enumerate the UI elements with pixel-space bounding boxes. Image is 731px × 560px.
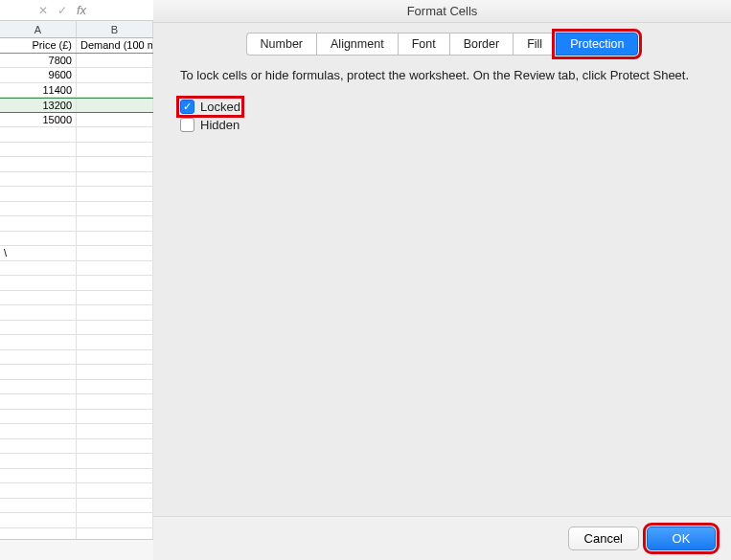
cell[interactable]: [77, 365, 153, 379]
cell[interactable]: [77, 202, 153, 216]
cell[interactable]: [77, 143, 153, 157]
table-row[interactable]: [0, 143, 153, 158]
cell[interactable]: [77, 335, 153, 349]
tab-border[interactable]: Border: [449, 33, 514, 56]
table-row[interactable]: [0, 483, 153, 499]
ok-button[interactable]: OK: [647, 526, 716, 550]
table-row[interactable]: [0, 172, 153, 188]
cell[interactable]: [0, 380, 77, 394]
table-row-selected[interactable]: 13200: [0, 98, 153, 113]
cell[interactable]: [0, 499, 77, 513]
table-row[interactable]: [0, 321, 153, 336]
tab-number[interactable]: Number: [246, 33, 316, 56]
cell[interactable]: [77, 261, 153, 276]
table-row[interactable]: [0, 499, 153, 514]
cell[interactable]: 9600: [0, 68, 77, 82]
cell[interactable]: [77, 483, 153, 498]
table-row[interactable]: [0, 187, 153, 202]
cell[interactable]: [77, 380, 153, 394]
hidden-checkbox[interactable]: [180, 118, 194, 132]
cell[interactable]: 13200: [0, 99, 77, 112]
tab-font[interactable]: Font: [398, 33, 449, 56]
table-row[interactable]: [0, 335, 153, 350]
cell[interactable]: [0, 513, 77, 527]
cell[interactable]: [77, 513, 153, 527]
cell[interactable]: [77, 113, 153, 127]
cell[interactable]: [0, 365, 77, 379]
cell[interactable]: [77, 394, 153, 409]
cell[interactable]: [77, 232, 153, 246]
cell[interactable]: [77, 187, 153, 201]
cell[interactable]: [77, 246, 153, 260]
table-row[interactable]: [0, 394, 153, 410]
cell[interactable]: [0, 350, 77, 365]
cell[interactable]: [0, 232, 77, 246]
cell[interactable]: [0, 216, 77, 231]
cell[interactable]: [0, 261, 77, 276]
cell[interactable]: [77, 54, 153, 68]
table-row[interactable]: [0, 469, 153, 484]
cell[interactable]: [0, 202, 77, 216]
cell[interactable]: [0, 172, 77, 187]
column-header-b[interactable]: B: [77, 21, 153, 37]
table-row[interactable]: 7800: [0, 54, 153, 69]
table-row[interactable]: [0, 291, 153, 306]
table-row[interactable]: [0, 261, 153, 277]
table-row[interactable]: [0, 305, 153, 321]
cell[interactable]: [0, 454, 77, 468]
cell[interactable]: [77, 157, 153, 171]
cell[interactable]: [77, 276, 153, 290]
cell[interactable]: [77, 499, 153, 513]
cell[interactable]: [77, 291, 153, 305]
cell[interactable]: [0, 291, 77, 305]
cell[interactable]: [77, 469, 153, 483]
cell[interactable]: [0, 305, 77, 320]
cell[interactable]: Demand (100 ml): [77, 38, 153, 53]
table-row[interactable]: [0, 513, 153, 528]
table-row[interactable]: [0, 216, 153, 232]
table-row[interactable]: [0, 350, 153, 366]
cell[interactable]: [77, 321, 153, 335]
cell[interactable]: [0, 469, 77, 483]
cell[interactable]: Price (£): [0, 38, 77, 53]
cell[interactable]: [0, 276, 77, 290]
cell[interactable]: [0, 321, 77, 335]
locked-checkbox[interactable]: ✓: [180, 100, 194, 114]
table-row[interactable]: [0, 127, 153, 143]
table-row[interactable]: [0, 202, 153, 217]
cell[interactable]: [77, 454, 153, 468]
cell[interactable]: [0, 187, 77, 201]
cell[interactable]: [77, 83, 153, 98]
cell[interactable]: [0, 483, 77, 498]
cell[interactable]: [77, 172, 153, 187]
table-row[interactable]: [0, 276, 153, 291]
cell[interactable]: [77, 216, 153, 231]
tab-protection[interactable]: Protection: [556, 33, 638, 56]
cell[interactable]: [77, 127, 153, 142]
locked-option[interactable]: ✓ Locked: [180, 100, 240, 114]
cell[interactable]: [77, 68, 153, 82]
table-row[interactable]: 9600: [0, 68, 153, 83]
hidden-option[interactable]: Hidden: [180, 118, 240, 132]
table-row[interactable]: [0, 365, 153, 380]
cell[interactable]: [77, 99, 153, 112]
cell[interactable]: 7800: [0, 54, 77, 68]
table-row[interactable]: [0, 439, 153, 455]
cell[interactable]: [0, 335, 77, 349]
table-row[interactable]: [0, 410, 153, 425]
table-row[interactable]: [0, 232, 153, 247]
tab-alignment[interactable]: Alignment: [316, 33, 398, 56]
cell[interactable]: [77, 439, 153, 454]
cell[interactable]: [0, 143, 77, 157]
cell[interactable]: [0, 424, 77, 438]
table-row[interactable]: [0, 380, 153, 395]
cell[interactable]: [0, 439, 77, 454]
cell[interactable]: [0, 157, 77, 171]
table-row[interactable]: 15000: [0, 113, 153, 128]
column-header-a[interactable]: A: [0, 21, 77, 37]
tab-fill[interactable]: Fill: [513, 33, 556, 56]
cell[interactable]: [77, 424, 153, 438]
cell[interactable]: 15000: [0, 113, 77, 127]
cell[interactable]: [77, 410, 153, 424]
table-row[interactable]: 11400: [0, 83, 153, 99]
